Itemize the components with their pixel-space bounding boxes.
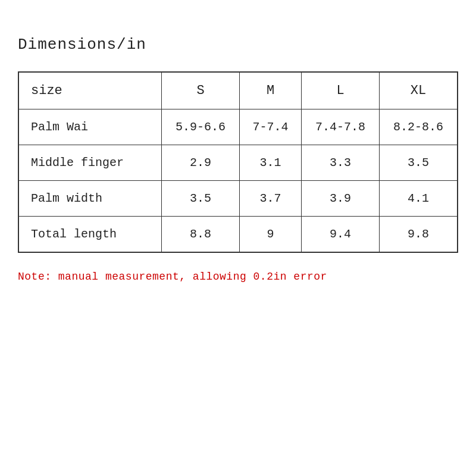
cell-total-length-s: 8.8	[162, 217, 240, 252]
cell-palm-width-s: 3.5	[162, 181, 240, 217]
cell-middle-finger-xl: 3.5	[380, 145, 458, 181]
page-title: Dimensions/in	[18, 36, 146, 54]
col-header-xl: XL	[380, 73, 458, 109]
row-label-palm-wai: Palm Wai	[19, 109, 162, 145]
cell-total-length-xl: 9.8	[380, 217, 458, 252]
cell-middle-finger-m: 3.1	[239, 145, 301, 181]
cell-total-length-m: 9	[239, 217, 301, 252]
cell-palm-width-xl: 4.1	[380, 181, 458, 217]
cell-palm-wai-xl: 8.2-8.6	[380, 109, 458, 145]
size-table: size S M L XL Palm Wai 5.9-6.6 7-7.4 7.4…	[18, 71, 458, 253]
col-header-m: M	[239, 73, 301, 109]
col-header-s: S	[162, 73, 240, 109]
col-header-l: L	[302, 73, 380, 109]
row-label-middle-finger: Middle finger	[19, 145, 162, 181]
cell-middle-finger-s: 2.9	[162, 145, 240, 181]
cell-palm-width-m: 3.7	[239, 181, 301, 217]
note-text: Note: manual measurement, allowing 0.2in…	[18, 271, 327, 283]
table-row: Total length 8.8 9 9.4 9.8	[19, 217, 458, 252]
row-label-total-length: Total length	[19, 217, 162, 252]
table-row: Middle finger 2.9 3.1 3.3 3.5	[19, 145, 458, 181]
table-row: Palm width 3.5 3.7 3.9 4.1	[19, 181, 458, 217]
cell-palm-wai-l: 7.4-7.8	[302, 109, 380, 145]
table-header-row: size S M L XL	[19, 73, 458, 109]
cell-middle-finger-l: 3.3	[302, 145, 380, 181]
table-row: Palm Wai 5.9-6.6 7-7.4 7.4-7.8 8.2-8.6	[19, 109, 458, 145]
row-label-palm-width: Palm width	[19, 181, 162, 217]
cell-palm-wai-s: 5.9-6.6	[162, 109, 240, 145]
cell-total-length-l: 9.4	[302, 217, 380, 252]
cell-palm-wai-m: 7-7.4	[239, 109, 301, 145]
cell-palm-width-l: 3.9	[302, 181, 380, 217]
col-header-size: size	[19, 73, 162, 109]
